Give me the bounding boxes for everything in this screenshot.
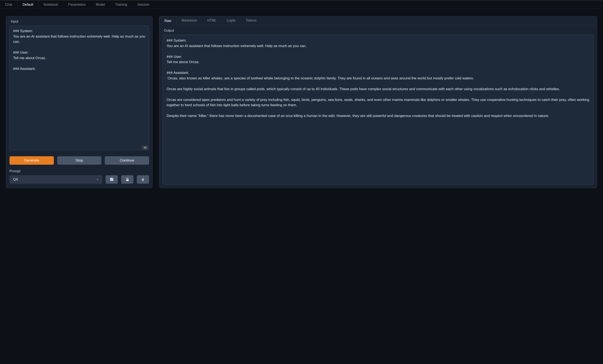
delete-button[interactable]: 🗑 xyxy=(137,175,149,184)
save-button[interactable]: 💾 xyxy=(121,175,133,184)
continue-button[interactable]: Continue xyxy=(105,156,149,165)
output-tabs: Raw Markdown HTML Logits Tokens xyxy=(159,16,597,25)
input-label: Input xyxy=(6,16,152,25)
tab-default[interactable]: Default xyxy=(17,0,39,9)
prompt-section: Prompt QA ▼ 🔄 💾 🗑 xyxy=(6,167,152,188)
tab-model[interactable]: Model xyxy=(91,0,110,9)
tab-training[interactable]: Training xyxy=(110,0,132,9)
chevron-down-icon: ▼ xyxy=(96,178,99,181)
generate-button[interactable]: Generate xyxy=(10,156,54,165)
refresh-button[interactable]: 🔄 xyxy=(105,175,118,184)
output-content: ### System: You are an AI assistant that… xyxy=(162,35,593,185)
output-panel: Raw Markdown HTML Logits Tokens Output #… xyxy=(159,16,597,188)
input-textarea-wrapper: 46 xyxy=(10,25,149,151)
action-button-row: Generate Stop Continue xyxy=(6,151,152,167)
output-tab-raw[interactable]: Raw xyxy=(159,16,176,25)
output-tab-logits[interactable]: Logits xyxy=(221,16,241,25)
refresh-icon: 🔄 xyxy=(110,177,114,181)
output-label: Output xyxy=(159,25,597,35)
prompt-controls-row: QA ▼ 🔄 💾 🗑 xyxy=(10,175,149,184)
prompt-select[interactable]: QA ▼ xyxy=(10,175,102,184)
trash-icon: 🗑 xyxy=(141,178,145,181)
output-tab-markdown[interactable]: Markdown xyxy=(176,16,202,25)
output-tab-tokens[interactable]: Tokens xyxy=(241,16,262,25)
tab-session[interactable]: Session xyxy=(132,0,155,9)
prompt-label: Prompt xyxy=(10,169,149,173)
top-nav-bar: Chat Default Notebook Parameters Model T… xyxy=(0,0,603,9)
save-icon: 💾 xyxy=(125,177,129,181)
output-tabs-container: Raw Markdown HTML Logits Tokens xyxy=(159,16,597,25)
input-panel: Input 46 Generate Stop Continue Prompt Q… xyxy=(6,16,153,188)
tab-notebook[interactable]: Notebook xyxy=(39,0,63,9)
token-count-badge: 46 xyxy=(142,145,148,150)
input-textarea[interactable] xyxy=(10,25,149,150)
output-tab-html[interactable]: HTML xyxy=(202,16,222,25)
main-container: Input 46 Generate Stop Continue Prompt Q… xyxy=(0,9,603,195)
stop-button[interactable]: Stop xyxy=(57,156,102,165)
prompt-selected-value: QA xyxy=(13,177,18,181)
tab-chat[interactable]: Chat xyxy=(0,0,17,9)
tab-parameters[interactable]: Parameters xyxy=(63,0,91,9)
